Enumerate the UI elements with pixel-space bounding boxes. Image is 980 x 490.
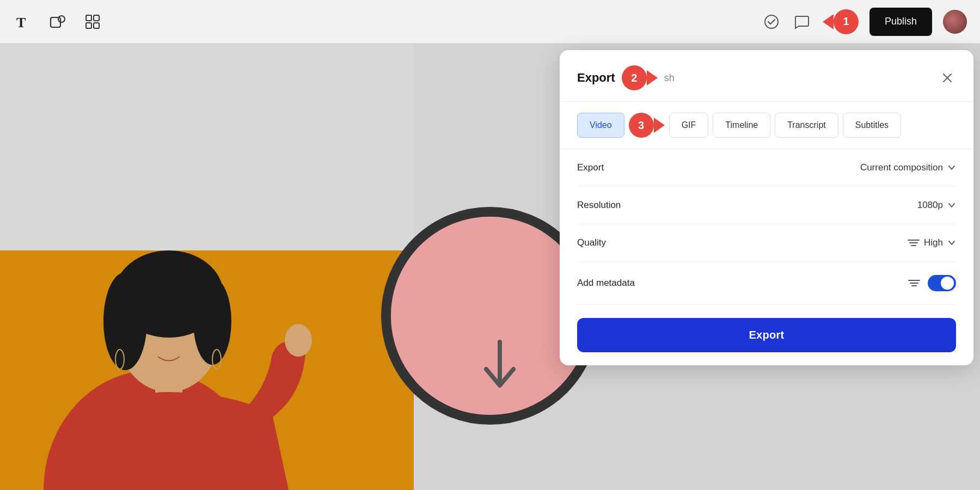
check-status-icon[interactable] [762, 12, 781, 32]
header-left: Export 2 sh [577, 65, 675, 90]
svg-point-2 [58, 16, 65, 22]
export-scope-value[interactable]: Current composition [860, 162, 956, 173]
woman-figure [0, 250, 414, 490]
toolbar-right: 1 Publish [762, 8, 967, 36]
badge-1-circle: 1 [834, 9, 859, 34]
badge-2-circle: 2 [622, 65, 647, 90]
badge-1-group: 1 [823, 9, 859, 34]
tab-video[interactable]: Video [577, 113, 624, 138]
header-subtitle: sh [664, 72, 675, 84]
metadata-label: Add metadata [577, 278, 635, 289]
text-tool-icon[interactable]: T [13, 12, 33, 32]
toolbar: T [0, 0, 980, 44]
notification-badge-container: 1 [823, 9, 859, 34]
export-dialog: Export 2 sh Video [560, 50, 973, 365]
quality-value[interactable]: High [908, 237, 956, 248]
quality-row: Quality High [577, 224, 956, 262]
close-button[interactable] [939, 69, 956, 87]
settings-section: Export Current composition Resolution 10… [560, 149, 973, 305]
svg-point-14 [285, 324, 312, 357]
export-scope-label: Export [577, 162, 604, 173]
svg-point-11 [103, 272, 147, 370]
dialog-header: Export 2 sh [560, 50, 973, 102]
filter-icon-2 [908, 278, 920, 288]
export-button[interactable]: Export [577, 318, 956, 352]
svg-point-12 [193, 278, 231, 365]
export-scope-text: Current composition [860, 162, 943, 173]
canvas-top [0, 44, 414, 250]
chat-icon[interactable] [792, 12, 812, 32]
shape-tool-icon[interactable] [48, 12, 68, 32]
svg-rect-1 [51, 17, 60, 27]
svg-rect-4 [94, 15, 99, 21]
resolution-text: 1080p [917, 200, 943, 211]
badge-2-group: 2 [622, 65, 658, 90]
tab-timeline[interactable]: Timeline [713, 113, 770, 138]
resolution-label: Resolution [577, 200, 621, 211]
badge-2-arrow [647, 70, 658, 85]
publish-button[interactable]: Publish [869, 8, 932, 36]
canvas-bottom [0, 250, 414, 490]
resolution-value[interactable]: 1080p [917, 200, 956, 211]
badge-3-circle: 3 [629, 113, 654, 138]
export-scope-row: Export Current composition [577, 149, 956, 187]
metadata-controls [908, 275, 956, 291]
svg-text:T: T [16, 15, 26, 29]
dialog-title: Export [577, 71, 615, 85]
svg-point-7 [765, 15, 778, 28]
avatar[interactable] [943, 10, 967, 34]
tab-gif[interactable]: GIF [669, 113, 709, 138]
grid-tool-icon[interactable] [83, 12, 102, 32]
badge-1-arrow [823, 14, 834, 29]
metadata-toggle[interactable] [928, 275, 956, 291]
toolbar-left: T [13, 12, 102, 32]
chevron-down-icon [947, 163, 956, 172]
svg-rect-5 [86, 23, 91, 28]
metadata-row: Add metadata [577, 262, 956, 305]
tab-transcript[interactable]: Transcript [775, 113, 838, 138]
main-content: Export 2 sh Video [0, 44, 980, 490]
quality-text: High [924, 237, 943, 248]
chevron-down-icon-2 [947, 201, 956, 210]
export-btn-row: Export [560, 305, 973, 365]
tabs-row: Video 3 GIF Timeline Transcript Subtitle… [560, 102, 973, 149]
svg-rect-3 [86, 15, 91, 21]
avatar-image [943, 10, 967, 34]
svg-rect-6 [94, 23, 99, 28]
badge-3-group: 3 [629, 113, 665, 138]
quality-label: Quality [577, 237, 606, 248]
badge-3-arrow [654, 118, 665, 133]
tab-subtitles[interactable]: Subtitles [843, 113, 901, 138]
resolution-row: Resolution 1080p [577, 187, 956, 224]
filter-icon [908, 238, 920, 248]
chevron-down-icon-3 [947, 238, 956, 247]
